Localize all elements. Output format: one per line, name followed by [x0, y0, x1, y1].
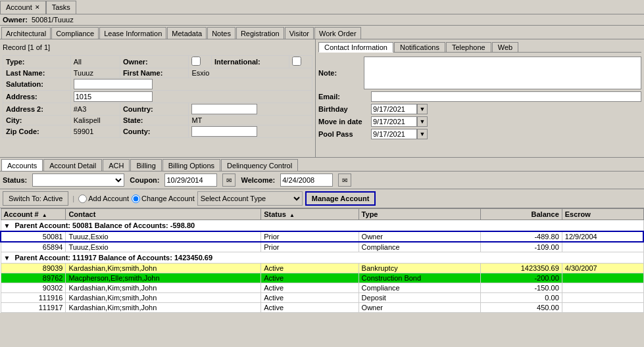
accounts-table: Account # ▲ Contact Status ▲ Type Balanc… [0, 208, 644, 313]
contact-form: Note: Email: Birthday ▼ Move in date ▼ [318, 55, 641, 143]
cell-account-num: 89039 [1, 264, 66, 273]
cell-balance: 1423350.69 [481, 264, 562, 273]
coupon-input[interactable] [164, 174, 217, 187]
email-input[interactable] [371, 91, 641, 102]
movein-input[interactable] [371, 116, 417, 127]
bottom-tab-billing-options[interactable]: Billing Options [162, 159, 220, 171]
right-panel: Contact Information Notifications Teleph… [316, 39, 644, 157]
bottom-tab-ach[interactable]: ACH [103, 159, 130, 171]
switch-to-active-button[interactable]: Switch To: Active [3, 191, 68, 206]
note-label: Note: [318, 69, 364, 77]
cell-account-num: 50081 [1, 231, 66, 242]
address-label: Address: [3, 91, 71, 103]
country-label: Country: [120, 103, 189, 116]
city-value: Kalispell [70, 116, 120, 126]
welcome-input[interactable] [280, 174, 333, 187]
cell-balance: -489.80 [481, 231, 562, 242]
tab-tasks[interactable]: Tasks [46, 1, 76, 14]
group-label: ▼ Parent Account: 50081 Balance of Accou… [1, 220, 643, 232]
manage-account-button[interactable]: Manage Account [305, 191, 376, 206]
note-textarea[interactable] [364, 57, 641, 89]
cell-account-num: 111916 [1, 293, 66, 303]
cell-contact: Kardashian,Kim;smith,John [66, 264, 261, 273]
table-row[interactable]: 90302 Kardashian,Kim;smith,John Active C… [1, 283, 643, 293]
subtab-compliance[interactable]: Compliance [51, 27, 99, 39]
subtab-lease[interactable]: Lease Information [99, 27, 166, 39]
close-account-icon[interactable]: ✕ [35, 4, 40, 11]
poolpass-input[interactable] [371, 129, 417, 139]
salutation-label: Salutation: [3, 78, 71, 91]
add-account-radio[interactable] [78, 195, 87, 203]
movein-calendar-icon[interactable]: ▼ [417, 116, 428, 127]
cell-balance: -150.00 [481, 283, 562, 293]
record-bar: Record [1 of 1] [3, 42, 312, 53]
county-input[interactable] [191, 126, 257, 137]
bottom-tab-account-detail[interactable]: Account Detail [43, 159, 102, 171]
th-balance[interactable]: Balance [481, 209, 562, 220]
th-escrow[interactable]: Escrow [562, 209, 643, 220]
th-account-num[interactable]: Account # ▲ [1, 209, 66, 220]
cell-escrow [562, 273, 643, 283]
change-account-radio-label[interactable]: Change Account [132, 195, 195, 203]
bottom-tab-accounts[interactable]: Accounts [1, 159, 43, 171]
contact-tab-telephone[interactable]: Telephone [446, 42, 491, 52]
zip-value: 59901 [70, 126, 120, 138]
lastname-value: Tuuuz [70, 68, 120, 78]
contact-tab-notifications[interactable]: Notifications [394, 42, 445, 52]
cell-status: Active [261, 283, 359, 293]
accounts-toolbar: Switch To: Active | Add Account Change A… [0, 189, 644, 208]
bottom-tab-billing[interactable]: Billing [130, 159, 161, 171]
subtab-architectural[interactable]: Architectural [1, 27, 51, 39]
subtab-registration[interactable]: Registration [236, 27, 284, 39]
collapse-icon[interactable]: ▼ [4, 254, 11, 262]
group-label: ▼ Parent Account: 111917 Balance of Acco… [1, 252, 643, 264]
table-row[interactable]: 50081 Tuuuz,Esxio Prior Owner -489.80 12… [1, 231, 643, 242]
birthday-calendar-icon[interactable]: ▼ [417, 104, 428, 114]
account-type-select[interactable]: Select Account Type [197, 191, 303, 206]
collapse-icon[interactable]: ▼ [4, 222, 11, 229]
bottom-tab-delinquency[interactable]: Delinquency Control [221, 159, 298, 171]
tab-account[interactable]: Account ✕ [0, 1, 46, 14]
th-type[interactable]: Type [359, 209, 481, 220]
subtab-metadata[interactable]: Metadata [167, 27, 207, 39]
contact-tab-web[interactable]: Web [492, 42, 518, 52]
table-row[interactable]: 89039 Kardashian,Kim;smith,John Active B… [1, 264, 643, 273]
coupon-email-icon[interactable]: ✉ [222, 174, 235, 187]
table-row[interactable]: 111917 Kardashian,Kim;smith,John Active … [1, 303, 643, 313]
address-input[interactable] [74, 91, 153, 102]
subtab-notes[interactable]: Notes [207, 27, 235, 39]
left-form: Type: All Owner: International: Last Nam… [3, 55, 312, 138]
movein-date-field: ▼ [371, 116, 428, 127]
cell-type: Deposit [359, 293, 481, 303]
cell-contact: Kardashian,Kim;smith,John [66, 283, 261, 293]
cell-account-num: 65894 [1, 242, 66, 252]
type-value: All [70, 56, 120, 68]
add-account-radio-label[interactable]: Add Account [78, 195, 129, 203]
contact-tabs: Contact Information Notifications Teleph… [318, 42, 641, 53]
subtab-visitor[interactable]: Visitor [285, 27, 314, 39]
table-row[interactable]: 89762 Macpherson,Elle;smith,John Active … [1, 273, 643, 283]
subtab-workorder[interactable]: Work Order [314, 27, 361, 39]
cell-escrow [562, 283, 643, 293]
poolpass-calendar-icon[interactable]: ▼ [417, 129, 428, 139]
country-input[interactable] [191, 104, 257, 114]
birthday-label: Birthday [318, 105, 371, 113]
welcome-email-icon[interactable]: ✉ [338, 174, 351, 187]
th-contact[interactable]: Contact [66, 209, 261, 220]
email-row: Email: [318, 91, 641, 102]
international-checkbox[interactable] [292, 57, 301, 66]
table-row[interactable]: 65894 Tuuuz,Esxio Prior Compliance -109.… [1, 242, 643, 252]
change-account-radio[interactable] [132, 195, 140, 203]
salutation-input[interactable] [74, 79, 153, 89]
cell-contact: Tuuuz,Esxio [66, 242, 261, 252]
table-group-row: ▼ Parent Account: 111917 Balance of Acco… [1, 252, 643, 264]
birthday-input[interactable] [371, 104, 417, 114]
welcome-label: Welcome: [241, 176, 275, 184]
status-select[interactable] [32, 174, 124, 187]
address2-label: Address 2: [3, 103, 71, 116]
th-status[interactable]: Status ▲ [261, 209, 359, 220]
contact-tab-info[interactable]: Contact Information [318, 42, 393, 53]
table-row[interactable]: 111916 Kardashian,Kim;smith,John Active … [1, 293, 643, 303]
owner-checkbox[interactable] [191, 57, 201, 66]
birthday-date-field: ▼ [371, 104, 428, 114]
